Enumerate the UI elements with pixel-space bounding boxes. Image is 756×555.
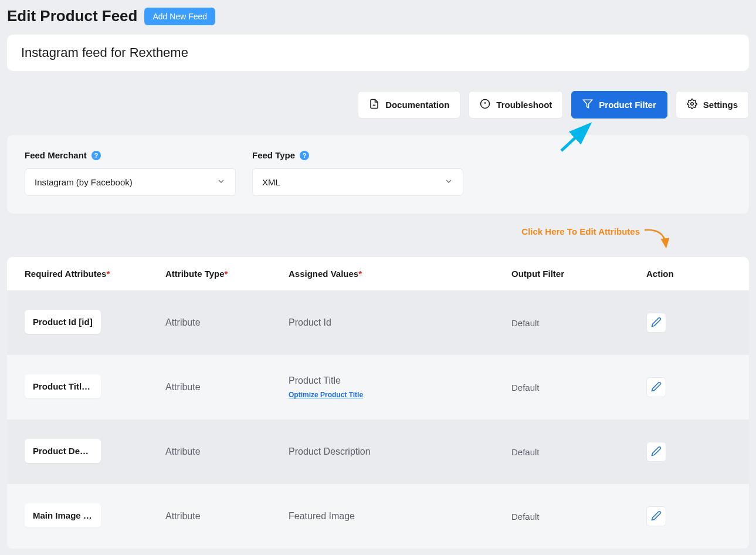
feed-type-label: Feed Type bbox=[252, 150, 295, 160]
attribute-type-cell: Attribute bbox=[165, 511, 289, 522]
help-icon[interactable]: ? bbox=[300, 151, 309, 160]
edit-attribute-button[interactable] bbox=[646, 506, 666, 526]
feed-type-value: XML bbox=[262, 177, 280, 187]
required-attribute-chip[interactable]: Product Id [id] bbox=[25, 310, 101, 334]
attributes-table: Required Attributes* Attribute Type* Ass… bbox=[7, 257, 749, 549]
curved-arrow-icon bbox=[643, 226, 673, 252]
feed-merchant-value: Instagram (by Facebook) bbox=[35, 177, 133, 187]
edit-attribute-button[interactable] bbox=[646, 377, 666, 397]
help-icon[interactable]: ? bbox=[91, 151, 101, 160]
troubleshoot-label: Troubleshoot bbox=[496, 100, 552, 110]
output-filter-cell: Default bbox=[511, 318, 646, 328]
table-header: Required Attributes* Attribute Type* Ass… bbox=[7, 257, 749, 290]
svg-point-5 bbox=[691, 103, 694, 106]
attribute-type-cell: Attribute bbox=[165, 317, 289, 328]
th-output: Output Filter bbox=[511, 269, 564, 279]
documentation-label: Documentation bbox=[385, 100, 449, 110]
output-filter-cell: Default bbox=[511, 447, 646, 457]
output-filter-cell: Default bbox=[511, 512, 646, 522]
svg-marker-4 bbox=[584, 100, 592, 108]
pencil-icon bbox=[651, 381, 662, 394]
table-row: Product Desc… Attribute Product Descript… bbox=[7, 419, 749, 484]
table-row: Product Title … Attribute Product Title … bbox=[7, 355, 749, 419]
edit-attributes-hint: Click Here To Edit Attributes bbox=[7, 226, 749, 252]
settings-button[interactable]: Settings bbox=[676, 91, 749, 119]
chevron-down-icon bbox=[444, 177, 453, 188]
output-filter-cell: Default bbox=[511, 383, 646, 392]
page-title: Edit Product Feed bbox=[7, 7, 137, 25]
config-card: Feed Merchant ? Instagram (by Facebook) … bbox=[7, 135, 749, 214]
attribute-type-cell: Attribute bbox=[165, 446, 289, 457]
feed-title-card bbox=[7, 35, 749, 71]
required-attribute-chip[interactable]: Product Desc… bbox=[25, 439, 101, 463]
th-type: Attribute Type bbox=[165, 269, 225, 279]
add-new-feed-button[interactable]: Add New Feed bbox=[144, 8, 215, 25]
edit-attribute-button[interactable] bbox=[646, 442, 666, 462]
product-filter-label: Product Filter bbox=[599, 100, 656, 110]
gear-icon bbox=[687, 99, 697, 111]
th-required: Required Attributes bbox=[25, 269, 106, 279]
feed-type-select[interactable]: XML bbox=[252, 168, 463, 196]
assigned-value-cell: Featured Image bbox=[289, 511, 511, 522]
required-attribute-chip[interactable]: Main Image [... bbox=[25, 503, 101, 527]
table-row: Main Image [... Attribute Featured Image… bbox=[7, 484, 749, 549]
required-attribute-chip[interactable]: Product Title … bbox=[25, 374, 101, 398]
th-assigned: Assigned Values bbox=[289, 269, 358, 279]
edit-attribute-button[interactable] bbox=[646, 313, 666, 333]
pencil-icon bbox=[651, 446, 662, 458]
feed-merchant-label: Feed Merchant bbox=[25, 150, 87, 160]
troubleshoot-button[interactable]: Troubleshoot bbox=[469, 91, 563, 119]
table-row: Product Id [id] Attribute Product Id Def… bbox=[7, 290, 749, 355]
settings-label: Settings bbox=[703, 100, 738, 110]
assigned-value-cell: Product Title bbox=[289, 375, 511, 386]
documentation-button[interactable]: Documentation bbox=[358, 91, 460, 119]
pencil-icon bbox=[651, 510, 662, 523]
alert-icon bbox=[480, 99, 490, 111]
th-action: Action bbox=[646, 269, 674, 279]
assigned-value-cell: Product Description bbox=[289, 446, 511, 457]
attribute-type-cell: Attribute bbox=[165, 382, 289, 392]
filter-icon bbox=[582, 99, 593, 111]
pencil-icon bbox=[651, 317, 662, 329]
chevron-down-icon bbox=[216, 177, 226, 188]
feed-merchant-select[interactable]: Instagram (by Facebook) bbox=[25, 168, 236, 196]
optimize-product-title-link[interactable]: Optimize Product Title bbox=[289, 391, 511, 399]
feed-title-input[interactable] bbox=[21, 45, 735, 60]
product-filter-button[interactable]: Product Filter bbox=[571, 91, 667, 119]
assigned-value-cell: Product Id bbox=[289, 317, 511, 328]
action-bar: Documentation Troubleshoot Product Filte… bbox=[7, 91, 749, 119]
edit-attributes-hint-text: Click Here To Edit Attributes bbox=[521, 226, 640, 236]
document-icon bbox=[369, 99, 379, 111]
